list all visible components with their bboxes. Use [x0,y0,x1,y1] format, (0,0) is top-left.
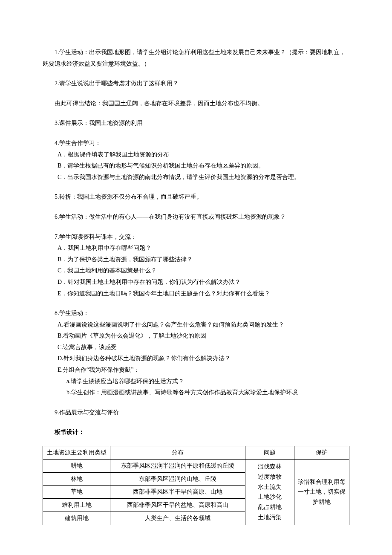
activity-4-b: B．请学生根据已有的地形与气候知识分析我国土地分布存在地区差异的原因。 [43,160,349,172]
activity-7-b: B．为了保护各类土地资源，我国颁布了哪些法律？ [43,254,349,266]
board-design-header: 板书设计： [43,427,349,438]
cell-type-0: 耕地 [43,459,110,472]
activity-3: 3.课件展示：我国土地资源的利用 [43,118,349,129]
activity-8-d: D.针对我们身边各种破坏土地资源的现象？你们有什么解决办法？ [43,353,349,364]
activity-8-a: A.看漫画说说这些漫画说明了什么问题？会产生什么危害？如何预防此类问题的发生？ [43,319,349,331]
activity-8-b: B.看动画片《草原为什么会退化》，了解土地沙化的原因 [43,330,349,342]
activity-2: 2.请学生说说出于哪些考虑才做出了这样利用？ [43,78,349,90]
activity-9: 9.作品展示与交流与评价 [43,407,349,419]
activity-8-c: C.读寓言故事，谈感受 [43,342,349,353]
activity-8-e-b: b.学生创作：用画漫画或讲故事、写诗歌等各种方式创作作品教育大家珍爱土地保护环境 [43,387,349,399]
activity-7: 7.学生阅读资料与课本，交流： [43,231,349,243]
header-dist: 分布 [110,446,245,460]
cell-dist-4: 人类生产、生活的各领域 [110,512,245,525]
activity-7-d: D．针对我国土地土地利用中存在的问题，你们认为有什么解决办法？ [43,277,349,288]
activity-4-c: C．出示我国水资源与土地资源的南北分布情况，请学生评价我国土地资源的分布是否合理… [43,172,349,183]
activity-1: 1.学生活动：出示我国地形图，请学生分组讨论怎样利用这些土地来发展自己未来事业？… [43,47,349,69]
activity-8: 8.学生活动： [43,308,349,319]
header-type: 土地资源主要利用类型 [43,446,110,460]
activity-5: 5.转折：我国土地资源不仅分布不合理，而且破坏严重。 [43,191,349,203]
activity-7-c: C．我国土地利用的基本国策是什么？ [43,265,349,277]
activity-4: 4.学生合作学习： [43,138,349,149]
table-row: 耕地 东部季风区湿润半湿润的平原和低缓的丘陵 滥伐森林 过度放牧 水土流失 土地… [43,459,349,472]
board-design-table: 土地资源主要利用类型 分布 问题 保护 耕地 东部季风区湿润半湿润的平原和低缓的… [43,446,349,525]
table-header-row: 土地资源主要利用类型 分布 问题 保护 [43,446,349,460]
cell-type-3: 难利用土地 [43,499,110,512]
activity-8-e: E.分组合作“我为环保作贡献”： [43,364,349,376]
activity-7-a: A．我国土地利用中存在哪些问题？ [43,243,349,254]
cell-protection: 珍惜和合理利用每一寸土地，切实保护耕地 [294,459,349,525]
cell-dist-1: 东部季风区湿润的山地、丘陵 [110,472,245,486]
activity-2-conclusion: 由此可得出结论：我国国土辽阔，各地存在环境差异，因而土地分布也不均衡。 [43,98,349,110]
activity-4-a: A．根据课件填表了解我国土地资源的分布 [43,149,349,161]
cell-type-1: 林地 [43,472,110,486]
activity-8-e-a: a.请学生谈谈应当培养哪些环保的生活方式？ [43,376,349,387]
cell-problems: 滥伐森林 过度放牧 水土流失 土地沙化 乱占耕地 土地污染 [245,459,294,525]
cell-dist-2: 西部非季风区半干旱的高原、山地 [110,486,245,499]
activity-6: 6.学生活动：做生活中的有心人——在我们身边有没有直接或间接破坏土地资源的现象？ [43,211,349,223]
cell-dist-3: 西部非季风区干旱的盆地、高原和高山 [110,499,245,512]
cell-type-2: 草地 [43,486,110,499]
activity-7-e: E．你知道我国的土地日吗？我国今年土地日的主题是什么？对此你有什么看法？ [43,288,349,300]
cell-type-4: 建筑用地 [43,512,110,525]
header-protect: 保护 [294,446,349,460]
header-problem: 问题 [245,446,294,460]
cell-dist-0: 东部季风区湿润半湿润的平原和低缓的丘陵 [110,459,245,472]
